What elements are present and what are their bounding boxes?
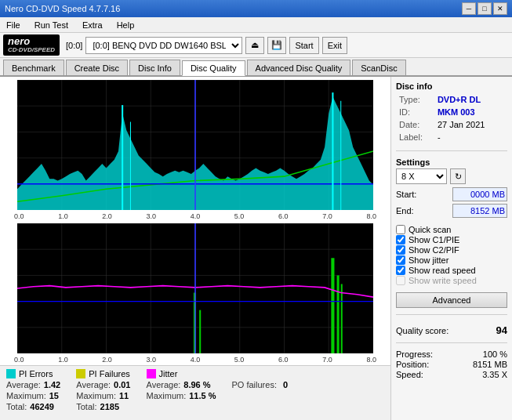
tab-bar: Benchmark Create Disc Disc Info Disc Qua… <box>0 58 512 77</box>
divider-2 <box>396 314 507 315</box>
progress-row: Progress: 100 % <box>396 349 507 359</box>
advanced-button[interactable]: Advanced <box>396 292 507 308</box>
save-button[interactable]: 💾 <box>267 37 286 54</box>
start-row: Start: <box>396 187 507 201</box>
nero-logo: nero CD·DVD/SPEED <box>3 34 60 56</box>
jitter-group: Jitter Average: 8.96 % Maximum: 11.5 % <box>147 369 216 417</box>
label-value: - <box>436 132 506 143</box>
chart1-y-axis-right: 20161284 <box>373 80 387 210</box>
tab-benchmark[interactable]: Benchmark <box>3 60 64 75</box>
pi-failures-avg-value: 0.01 <box>114 380 130 389</box>
exit-button[interactable]: Exit <box>322 37 347 54</box>
info-panel: Disc info Type: DVD+R DL ID: MKM 003 Dat… <box>390 77 512 420</box>
pi-errors-max-value: 15 <box>49 391 59 400</box>
type-value: DVD+R DL <box>436 94 506 105</box>
quick-scan-label: Quick scan <box>409 225 451 234</box>
start-input[interactable] <box>452 187 507 201</box>
pi-failures-label: PI Failures <box>89 369 130 378</box>
id-label: ID: <box>398 107 434 118</box>
show-c2-pif-label: Show C2/PIF <box>409 245 459 255</box>
window-controls: ─ □ ✕ <box>462 2 507 15</box>
type-label: Type: <box>398 94 434 105</box>
pi-errors-avg-label: Average: <box>6 380 41 389</box>
speed-row-progress: Speed: 3.35 X <box>396 370 507 379</box>
jitter-avg-label: Average: <box>147 380 181 389</box>
position-label: Position: <box>396 360 429 369</box>
show-c1-pie-checkbox[interactable] <box>396 235 405 244</box>
show-write-speed-checkbox[interactable] <box>396 276 405 285</box>
position-row: Position: 8151 MB <box>396 360 507 369</box>
menu-help[interactable]: Help <box>114 19 138 31</box>
pi-errors-label: PI Errors <box>19 369 53 378</box>
maximize-button[interactable]: □ <box>478 2 492 15</box>
tab-scan-disc[interactable]: ScanDisc <box>352 60 405 75</box>
divider-3 <box>396 342 507 343</box>
minimize-button[interactable]: ─ <box>462 2 476 15</box>
show-c2-pif-row: Show C2/PIF <box>396 245 507 255</box>
toolbar: nero CD·DVD/SPEED [0:0] [0:0] BENQ DVD D… <box>0 33 512 58</box>
tab-disc-quality[interactable]: Disc Quality <box>182 60 245 76</box>
id-value: MKM 003 <box>436 107 506 118</box>
start-label: Start: <box>396 190 416 199</box>
eject-button[interactable]: ⏏ <box>245 37 264 54</box>
eject-icon: ⏏ <box>251 40 259 50</box>
pi-failures-total-value: 2185 <box>100 402 119 411</box>
disc-info-section: Disc info Type: DVD+R DL ID: MKM 003 Dat… <box>396 81 507 144</box>
pi-failures-legend-color <box>76 369 85 378</box>
main-content: 20161284 20161284 <box>0 77 512 420</box>
save-icon: 💾 <box>271 40 282 50</box>
show-c2-pif-checkbox[interactable] <box>396 245 405 255</box>
speed-dropdown[interactable]: 8 X <box>396 168 447 184</box>
position-value: 8151 MB <box>473 360 507 369</box>
tab-create-disc[interactable]: Create Disc <box>66 60 128 75</box>
pi-failures-total-label: Total: <box>76 402 96 411</box>
drive-dropdown[interactable]: [0:0] BENQ DVD DD DW1640 BSLB <box>85 37 242 54</box>
jitter-legend-color <box>147 369 156 378</box>
menu-file[interactable]: File <box>3 19 24 31</box>
start-button[interactable]: Start <box>289 37 318 54</box>
chart1-svg <box>17 80 373 210</box>
refresh-button[interactable]: ↻ <box>450 168 466 184</box>
show-c1-pie-row: Show C1/PIE <box>396 235 507 244</box>
show-jitter-label: Show jitter <box>409 255 448 265</box>
show-write-speed-label: Show write speed <box>409 276 477 285</box>
pi-errors-max-label: Maximum: <box>6 391 46 400</box>
date-label: Date: <box>398 119 434 130</box>
pi-errors-total-value: 46249 <box>30 402 54 411</box>
progress-section: Progress: 100 % Position: 8151 MB Speed:… <box>396 349 507 380</box>
quality-row: Quality score: 94 <box>396 324 507 336</box>
show-c1-pie-label: Show C1/PIE <box>409 235 459 244</box>
speed-value: 3.35 X <box>482 370 507 379</box>
jitter-label: Jitter <box>159 369 178 378</box>
end-input[interactable] <box>452 204 507 218</box>
show-read-speed-checkbox[interactable] <box>396 266 405 275</box>
settings-section: Settings 8 X ↻ Start: End: <box>396 158 507 220</box>
menu-run-test[interactable]: Run Test <box>31 19 71 31</box>
pi-failures-max-value: 11 <box>119 391 129 400</box>
quality-label: Quality score: <box>396 326 448 335</box>
settings-title: Settings <box>396 158 507 167</box>
menu-extra[interactable]: Extra <box>79 19 106 31</box>
show-read-speed-label: Show read speed <box>409 266 476 275</box>
divider-1 <box>396 150 507 151</box>
pi-errors-legend-color <box>6 369 16 378</box>
close-button[interactable]: ✕ <box>493 2 507 15</box>
pi-errors-total-label: Total: <box>6 402 27 411</box>
show-jitter-row: Show jitter <box>396 255 507 265</box>
title-bar: Nero CD-DVD Speed 4.7.7.16 ─ □ ✕ <box>0 0 512 17</box>
tab-advanced-disc-quality[interactable]: Advanced Disc Quality <box>247 60 351 75</box>
end-row: End: <box>396 204 507 218</box>
pi-failures-group: PI Failures Average: 0.01 Maximum: 11 To… <box>76 369 130 417</box>
show-jitter-checkbox[interactable] <box>396 255 405 265</box>
drive-select: [0:0] [0:0] BENQ DVD DD DW1640 BSLB <box>66 37 242 54</box>
quick-scan-checkbox[interactable] <box>396 225 405 234</box>
menu-bar: File Run Test Extra Help <box>0 17 512 33</box>
disc-info-title: Disc info <box>396 81 507 91</box>
tab-disc-info[interactable]: Disc Info <box>129 60 180 75</box>
disc-info-table: Type: DVD+R DL ID: MKM 003 Date: 27 Jan … <box>396 92 507 144</box>
chart2-x-axis: 0.01.02.03.04.05.06.07.08.0 <box>0 356 390 364</box>
checkboxes-section: Quick scan Show C1/PIE Show C2/PIF Show … <box>396 225 507 286</box>
quick-scan-row: Quick scan <box>396 225 507 234</box>
chart2-svg <box>17 223 373 353</box>
quality-value: 94 <box>496 324 507 336</box>
